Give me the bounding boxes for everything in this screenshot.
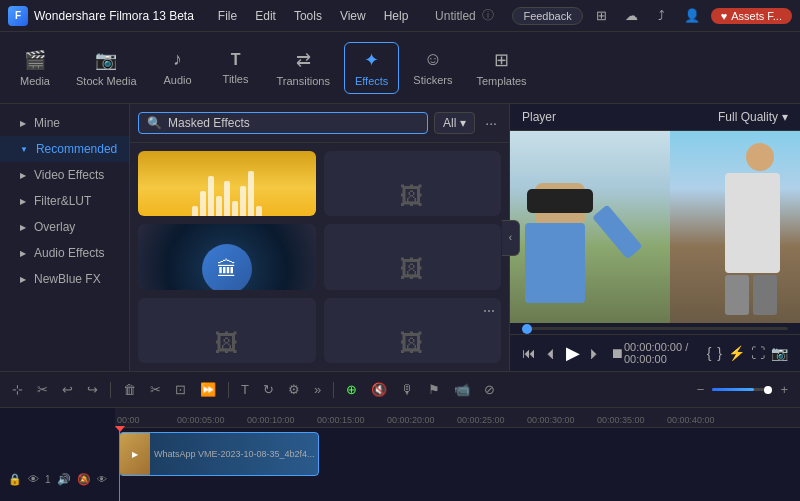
more-icon[interactable]: ⋯ (483, 304, 495, 318)
menu-file[interactable]: File (210, 7, 245, 25)
clip-thumbnail: ▶ (120, 433, 150, 475)
ruler-tick-2: 00:00:10:00 (245, 415, 315, 425)
tl-more-button[interactable]: » (310, 380, 325, 399)
tool-stickers[interactable]: ☺ Stickers (403, 43, 462, 92)
ruler-tick-4: 00:00:20:00 (385, 415, 455, 425)
menu-tools[interactable]: Tools (286, 7, 330, 25)
tool-stock-media[interactable]: 📷 Stock Media (66, 43, 147, 93)
track-mute-icon[interactable]: 🔕 (77, 473, 91, 486)
more-options-button[interactable]: ··· (481, 113, 501, 133)
tl-redo-button[interactable]: ↪ (83, 380, 102, 399)
tl-audio-btn[interactable]: ⊕ (342, 380, 361, 399)
templates-icon: ⊞ (494, 49, 509, 71)
tool-media[interactable]: 🎬 Media (8, 43, 62, 93)
track-label-1: 🔒 👁 1 🔊 🔕 👁 (8, 461, 115, 497)
ruler-tick-3: 00:00:15:00 (315, 415, 385, 425)
sidebar-item-mine[interactable]: ▶ Mine (0, 110, 129, 136)
tl-text-button[interactable]: T (237, 380, 253, 399)
video-clip[interactable]: ▶ WhatsApp VME-2023-10-08-35_4b2f4... (119, 432, 319, 476)
tl-trim-tool[interactable]: ✂ (33, 380, 52, 399)
quality-select[interactable]: Full Quality ▾ (718, 110, 788, 124)
effects-search-input[interactable] (168, 116, 419, 130)
in-point-button[interactable]: { (707, 345, 712, 361)
tl-undo-button[interactable]: ↩ (58, 380, 77, 399)
audio-bars (192, 166, 262, 216)
preview-panel: Player Full Quality ▾ (510, 104, 800, 371)
zoom-minus-button[interactable]: − (693, 380, 709, 399)
tl-ai-button[interactable]: ⚙ (284, 380, 304, 399)
feedback-button[interactable]: Feedback (512, 7, 582, 25)
vr-person (515, 131, 645, 323)
sidebar-item-video-effects[interactable]: ▶ Video Effects (0, 162, 129, 188)
time-display: 00:00:00:00 / 00:00:00 (624, 341, 707, 365)
tool-audio[interactable]: ♪ Audio (151, 43, 205, 92)
tool-titles[interactable]: T Titles (209, 45, 263, 91)
share-icon[interactable]: ⤴ (651, 5, 673, 27)
effect-thumb-audio-viz: ⬇ (138, 151, 316, 216)
placeholder-5: 🖼 (138, 298, 316, 363)
left-section: ▶ Mine ▼ Recommended ▶ Video Effects ▶ F… (0, 104, 510, 371)
track-speaker-icon[interactable]: 🔊 (57, 473, 71, 486)
tool-templates[interactable]: ⊞ Templates (466, 43, 536, 93)
heart-icon: ♥ (721, 10, 728, 22)
tl-video-btn[interactable]: 📹 (450, 380, 474, 399)
menu-edit[interactable]: Edit (247, 7, 284, 25)
expand-icon[interactable]: ⊞ (591, 5, 613, 27)
effect-thumb-6: 🖼 ⋯ (324, 298, 502, 363)
tl-record-button[interactable]: 🎙 (397, 380, 418, 399)
tl-split-btn[interactable]: ⊘ (480, 380, 499, 399)
effect-card-image-mask[interactable]: 🏛 Image Mask (138, 224, 316, 289)
tl-select-tool[interactable]: ⊹ (8, 380, 27, 399)
effect-card-warm-family[interactable]: 🖼 ⬇ Warm Family 01 (324, 224, 502, 289)
progress-handle[interactable] (522, 324, 532, 334)
zoom-track[interactable] (712, 388, 772, 391)
track-lock-icon[interactable]: 🔒 (8, 473, 22, 486)
vr-headset (527, 189, 593, 213)
tl-speed-button[interactable]: ⏩ (196, 380, 220, 399)
tl-crop-button[interactable]: ⊡ (171, 380, 190, 399)
tl-marker-button[interactable]: ⚑ (424, 380, 444, 399)
out-point-button[interactable]: } (717, 345, 722, 361)
assets-button[interactable]: ♥ Assets F... (711, 8, 792, 24)
cloud-icon[interactable]: ☁ (621, 5, 643, 27)
user-icon[interactable]: 👤 (681, 5, 703, 27)
tool-effects[interactable]: ✦ Effects (344, 42, 399, 94)
snapshot-button[interactable]: 📷 (771, 345, 788, 361)
bar3 (208, 176, 214, 216)
tl-mute-button[interactable]: 🔇 (367, 380, 391, 399)
menu-view[interactable]: View (332, 7, 374, 25)
vr-body (525, 223, 585, 303)
effect-card-5[interactable]: 🖼 ⊕ (138, 298, 316, 363)
stop-button[interactable]: ⏹ (610, 345, 624, 361)
skip-back-button[interactable]: ⏮ (522, 345, 536, 361)
person2-head (746, 143, 774, 171)
sidebar-item-recommended[interactable]: ▼ Recommended (0, 136, 129, 162)
effect-card-light-effect[interactable]: 🖼 ⬇ Light Effect 18 (324, 151, 502, 216)
sidebar-item-filter-lut[interactable]: ▶ Filter&LUT (0, 188, 129, 214)
sidebar-collapse-button[interactable]: ‹ (502, 220, 520, 256)
zoom-plus-button[interactable]: + (776, 380, 792, 399)
effect-card-audio-viz[interactable]: ⬇ Audio Visualizer Glow (138, 151, 316, 216)
filter-button[interactable]: All ▾ (434, 112, 475, 134)
tool-transitions[interactable]: ⇄ Transitions (267, 43, 340, 93)
menu-help[interactable]: Help (376, 7, 417, 25)
sidebar-item-overlay[interactable]: ▶ Overlay (0, 214, 129, 240)
tl-rotate-button[interactable]: ↻ (259, 380, 278, 399)
split-button[interactable]: ⚡ (728, 345, 745, 361)
play-button[interactable]: ▶ (566, 342, 580, 364)
tl-cut-button[interactable]: ✂ (146, 380, 165, 399)
menu-bar: File Edit Tools View Help (210, 7, 417, 25)
tl-delete-button[interactable]: 🗑 (119, 380, 140, 399)
sidebar-item-audio-effects[interactable]: ▶ Audio Effects (0, 240, 129, 266)
playhead[interactable] (119, 428, 120, 501)
sidebar-item-newblue-fx[interactable]: ▶ NewBlue FX (0, 266, 129, 292)
bar8 (248, 171, 254, 216)
playback-progress[interactable] (522, 327, 788, 330)
prev-frame-button[interactable]: ⏴ (544, 345, 558, 361)
effect-card-6[interactable]: 🖼 ⋯ (324, 298, 502, 363)
newblue-fx-arrow: ▶ (20, 275, 26, 284)
track-cam-icon[interactable]: 👁 (97, 474, 107, 485)
fullscreen-button[interactable]: ⛶ (751, 345, 765, 361)
track-eye-icon[interactable]: 👁 (28, 473, 39, 485)
next-frame-button[interactable]: ⏵ (588, 345, 602, 361)
